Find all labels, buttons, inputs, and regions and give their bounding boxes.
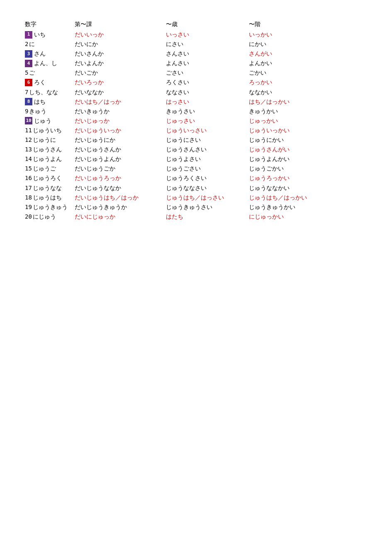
main-table: 数字 第〜課 〜歳 〜階 1いちだいいっかいっさいいっかい2 にだいにかにさいに… [25, 21, 367, 222]
col-dai: だいじゅうはち／はっか [75, 193, 166, 202]
col-kai: じゅういっかい [249, 126, 340, 135]
col-sai: じゅうにさい [166, 135, 249, 145]
col-dai: だいにじゅっか [75, 212, 166, 222]
col-sai: ろくさい [166, 78, 249, 87]
col-sai: きゅうさい [166, 107, 249, 116]
number-plain: 13 [25, 145, 32, 154]
col-dai: だいじゅっか [75, 116, 166, 126]
col-kai: にじゅっかい [249, 212, 340, 222]
number-badge: 1 [25, 31, 32, 39]
col-dai: だいろっか [75, 78, 166, 87]
number-plain: 18 [25, 193, 32, 202]
col-dai: だいごか [75, 68, 166, 78]
col-number: 17 じゅうなな [25, 183, 75, 193]
col-kai: じゅうよんかい [249, 154, 340, 164]
number-plain: 9 [25, 107, 28, 116]
number-plain: 11 [25, 126, 32, 135]
col-kai: きゅうかい [249, 107, 340, 116]
table-row: 2 にだいにかにさいにかい [25, 39, 367, 49]
col-sai: じゅうはち／はっさい [166, 193, 249, 202]
number-reading: じゅうご [33, 164, 56, 173]
number-badge: 6 [25, 79, 32, 86]
col-sai: はたち [166, 212, 249, 222]
table-row: 13 じゅうさんだいじゅうさんかじゅうさんさいじゅうさんがい [25, 145, 367, 154]
col-sai: ごさい [166, 68, 249, 78]
col-sai: じゅうよさい [166, 154, 249, 164]
col-sai: いっさい [166, 30, 249, 39]
number-plain: 5 [25, 68, 28, 78]
table-row: 19 じゅうきゅうだいじゅうきゅうかじゅうきゅうさいじゅうきゅうかい [25, 202, 367, 212]
col-dai: だいじゅうきゅうか [75, 202, 166, 212]
number-reading: しち、なな [29, 88, 58, 97]
table-row: 14 じゅうよんだいじゅうよんかじゅうよさいじゅうよんかい [25, 154, 367, 164]
number-reading: いち [34, 30, 46, 39]
number-badge: 4 [25, 60, 32, 67]
table-row: 15 じゅうごだいじゅうごかじゅうごさいじゅうごかい [25, 164, 367, 173]
col-dai: だいよんか [75, 58, 166, 68]
number-reading: きゅう [29, 107, 46, 116]
number-reading: にじゅう [33, 212, 56, 222]
col-kai: じゅっかい [249, 116, 340, 126]
number-reading: はち [34, 97, 46, 107]
number-reading: じゅうさん [33, 145, 62, 154]
col-sai: ななさい [166, 88, 249, 97]
table-row: 20 にじゅうだいにじゅっかはたちにじゅっかい [25, 212, 367, 222]
col-number: 12 じゅうに [25, 135, 75, 145]
number-plain: 12 [25, 135, 32, 145]
col-kai: はち／はっかい [249, 97, 340, 107]
col-kai: じゅうはち／はっかい [249, 193, 340, 202]
col-number: 5 ご [25, 68, 75, 78]
number-reading: に [29, 39, 35, 49]
header-row: 数字 第〜課 〜歳 〜階 [25, 21, 367, 28]
col-number: 19 じゅうきゅう [25, 202, 75, 212]
col-kai: じゅうななかい [249, 183, 340, 193]
number-badge: 8 [25, 98, 32, 105]
col-dai: だいきゅうか [75, 107, 166, 116]
number-plain: 16 [25, 173, 32, 183]
table-row: 11 じゅういちだいじゅういっかじゅういっさいじゅういっかい [25, 126, 367, 135]
col-number: 20 にじゅう [25, 212, 75, 222]
col-number: 8はち [25, 97, 75, 107]
number-reading: ろく [34, 78, 46, 87]
col-dai: だいいっか [75, 30, 166, 39]
col-number: 4よん、し [25, 58, 75, 68]
table-row: 18 じゅうはちだいじゅうはち／はっかじゅうはち／はっさいじゅうはち／はっかい [25, 193, 367, 202]
col-dai: だいじゅういっか [75, 126, 166, 135]
number-reading: さん [34, 49, 46, 58]
col-sai: じゅうごさい [166, 164, 249, 173]
col-sai: さんさい [166, 49, 249, 58]
number-plain: 19 [25, 202, 32, 212]
col-kai: にかい [249, 39, 340, 49]
col-number: 2 に [25, 39, 75, 49]
table-row: 8はちだいはち／はっかはっさいはち／はっかい [25, 97, 367, 107]
table-row: 17 じゅうななだいじゅうななかじゅうななさいじゅうななかい [25, 183, 367, 193]
col-number: 14 じゅうよん [25, 154, 75, 164]
number-reading: じゅうはち [33, 193, 62, 202]
number-reading: じゅうよん [33, 154, 62, 164]
col-kai: ろっかい [249, 78, 340, 87]
rows-container: 1いちだいいっかいっさいいっかい2 にだいにかにさいにかい3さんだいさんかさんさ… [25, 30, 367, 222]
col-kai: ごかい [249, 68, 340, 78]
col-number: 10じゅう [25, 116, 75, 126]
col-dai: だいじゅうななか [75, 183, 166, 193]
col-kai: じゅうごかい [249, 164, 340, 173]
number-reading: ご [29, 68, 35, 78]
number-plain: 15 [25, 164, 32, 173]
table-row: 5 ごだいごかごさいごかい [25, 68, 367, 78]
col-kai: じゅうろっかい [249, 173, 340, 183]
col-sai: じゅうきゅうさい [166, 202, 249, 212]
table-row: 10じゅうだいじゅっかじゅっさいじゅっかい [25, 116, 367, 126]
col-sai: じゅうななさい [166, 183, 249, 193]
col-sai: よんさい [166, 58, 249, 68]
col-sai: じゅっさい [166, 116, 249, 126]
col-dai: だいじゅうごか [75, 164, 166, 173]
col-dai: だいさんか [75, 49, 166, 58]
number-reading: じゅういち [33, 126, 62, 135]
table-row: 9 きゅうだいきゅうかきゅうさいきゅうかい [25, 107, 367, 116]
col-dai: だいじゅうさんか [75, 145, 166, 154]
number-reading: じゅうきゅう [33, 202, 68, 212]
col-dai: だいじゅうにか [75, 135, 166, 145]
col-dai: だいはち／はっか [75, 97, 166, 107]
number-badge: 10 [25, 117, 32, 124]
col-dai: だいにか [75, 39, 166, 49]
